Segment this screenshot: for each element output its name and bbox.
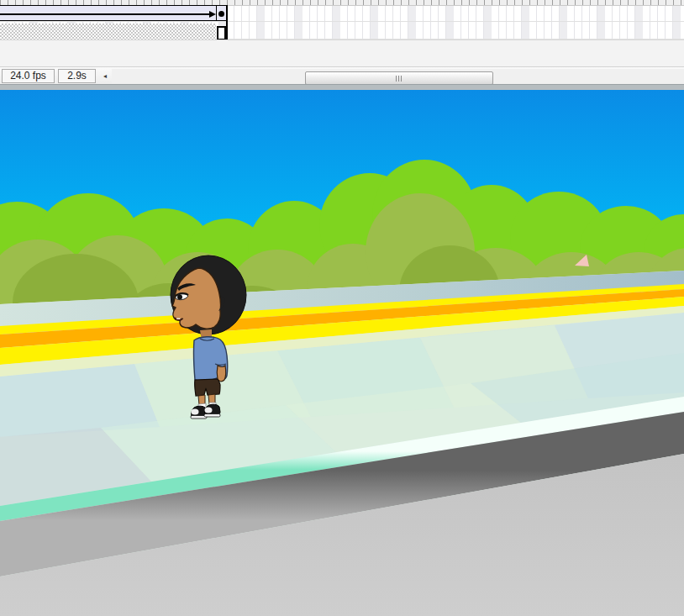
stage-canvas[interactable] xyxy=(0,90,684,616)
timeline-scrollbar-track[interactable] xyxy=(112,69,684,83)
tween-arrowhead-icon xyxy=(209,11,216,18)
timeline-panel xyxy=(0,0,684,66)
pupil xyxy=(177,295,182,300)
arm-hand xyxy=(217,366,225,382)
timeline-status-bar: 24.0 fps 2.9s ◂ xyxy=(0,66,684,86)
layer-row-divider xyxy=(0,21,684,22)
layer2-dotted-span[interactable] xyxy=(0,24,216,39)
shoe-left-toe xyxy=(192,409,199,415)
fps-indicator[interactable]: 24.0 fps xyxy=(2,69,55,83)
tween-arrow-line xyxy=(0,13,210,15)
timeline-scrollbar-thumb[interactable] xyxy=(305,71,493,85)
elapsed-time-indicator: 2.9s xyxy=(58,69,96,83)
shoe-right-toe xyxy=(205,408,213,413)
keyframe-dot-icon[interactable] xyxy=(218,11,224,17)
scroll-left-arrow-icon[interactable]: ◂ xyxy=(100,70,110,82)
shorts xyxy=(195,379,220,396)
scrollbar-grip-icon xyxy=(396,76,403,82)
scene-svg[interactable] xyxy=(0,90,684,616)
shoe-right-sole xyxy=(204,414,220,418)
empty-keyframe-rect-icon[interactable] xyxy=(217,26,226,40)
timeline-empty-area xyxy=(0,39,684,67)
span-end-border xyxy=(226,5,228,39)
